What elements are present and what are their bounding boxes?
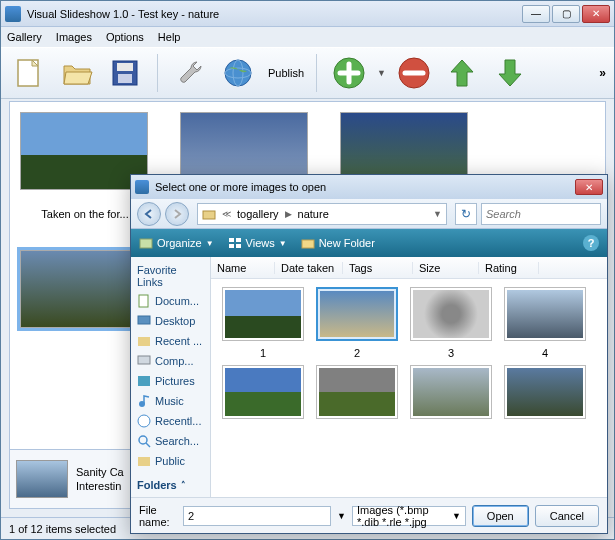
file-item-selected[interactable]: 2 xyxy=(313,287,401,359)
fav-computer[interactable]: Comp... xyxy=(135,351,206,371)
file-item[interactable] xyxy=(219,365,307,419)
file-panel: Name Date taken Tags Size Rating 1 2 3 4 xyxy=(211,257,607,497)
fav-pictures[interactable]: Pictures xyxy=(135,371,206,391)
fav-recent-places[interactable]: Recent ... xyxy=(135,331,206,351)
new-folder-button[interactable]: New Folder xyxy=(301,236,375,250)
svg-rect-17 xyxy=(138,316,150,324)
pictures-icon xyxy=(137,374,151,388)
arrow-down-icon xyxy=(495,56,525,90)
settings-button[interactable] xyxy=(170,53,210,93)
add-dropdown[interactable]: ▼ xyxy=(377,68,386,78)
toolbar-more[interactable]: » xyxy=(599,66,606,80)
col-name[interactable]: Name xyxy=(211,262,275,274)
menu-options[interactable]: Options xyxy=(106,31,144,43)
file-item[interactable]: 1 xyxy=(219,287,307,359)
file-item[interactable] xyxy=(313,365,401,419)
folder-icon xyxy=(202,207,216,221)
document-icon xyxy=(137,294,151,308)
search-icon xyxy=(137,434,151,448)
nav-back-button[interactable] xyxy=(137,202,161,226)
svg-point-23 xyxy=(139,436,147,444)
svg-rect-12 xyxy=(236,238,241,242)
arrow-up-icon xyxy=(447,56,477,90)
breadcrumb[interactable]: ≪ togallery ▶ nature ▼ xyxy=(197,203,447,225)
file-item[interactable]: 4 xyxy=(501,287,589,359)
column-headers: Name Date taken Tags Size Rating xyxy=(211,257,607,279)
breadcrumb-seg[interactable]: togallery xyxy=(237,208,279,220)
status-text: 1 of 12 items selected xyxy=(9,523,116,535)
organize-icon xyxy=(139,236,153,250)
filetype-select[interactable]: Images (*.bmp *.dib *.rle *.jpg ▼ xyxy=(352,506,466,526)
open-button[interactable]: Open xyxy=(472,505,529,527)
window-buttons: — ▢ ✕ xyxy=(522,5,610,23)
refresh-button[interactable]: ↻ xyxy=(455,203,477,225)
computer-icon xyxy=(137,354,151,368)
breadcrumb-seg[interactable]: nature xyxy=(298,208,329,220)
menu-gallery[interactable]: Gallery xyxy=(7,31,42,43)
fav-documents[interactable]: Docum... xyxy=(135,291,206,311)
dialog-icon xyxy=(135,180,149,194)
file-item[interactable] xyxy=(501,365,589,419)
col-date[interactable]: Date taken xyxy=(275,262,343,274)
desktop-icon xyxy=(137,314,151,328)
filename-dropdown[interactable]: ▼ xyxy=(337,511,346,521)
save-button[interactable] xyxy=(105,53,145,93)
clock-icon xyxy=(137,414,151,428)
fav-music[interactable]: Music xyxy=(135,391,206,411)
dialog-navbar: ≪ togallery ▶ nature ▼ ↻ xyxy=(131,199,607,229)
page-icon xyxy=(12,56,46,90)
file-item[interactable] xyxy=(407,365,495,419)
separator xyxy=(316,54,317,92)
svg-rect-9 xyxy=(203,211,215,219)
dialog-toolbar: Organize ▼ Views ▼ New Folder ? xyxy=(131,229,607,257)
views-button[interactable]: Views ▼ xyxy=(228,236,287,250)
publish-button[interactable] xyxy=(218,53,258,93)
move-down-button[interactable] xyxy=(490,53,530,93)
svg-rect-14 xyxy=(236,244,241,248)
svg-point-4 xyxy=(225,60,251,86)
add-button[interactable] xyxy=(329,53,369,93)
plus-icon xyxy=(331,55,367,91)
svg-rect-13 xyxy=(229,244,234,248)
folders-toggle[interactable]: Folders˄ xyxy=(135,475,206,495)
remove-button[interactable] xyxy=(394,53,434,93)
minus-icon xyxy=(396,55,432,91)
help-button[interactable]: ? xyxy=(583,235,599,251)
organize-button[interactable]: Organize ▼ xyxy=(139,236,214,250)
window-title: Visual Slideshow 1.0 - Test key - nature xyxy=(27,8,522,20)
col-rating[interactable]: Rating xyxy=(479,262,539,274)
svg-rect-20 xyxy=(138,376,150,386)
fav-recently[interactable]: Recentl... xyxy=(135,411,206,431)
dialog-close-button[interactable]: ✕ xyxy=(575,179,603,195)
minimize-button[interactable]: — xyxy=(522,5,550,23)
col-size[interactable]: Size xyxy=(413,262,479,274)
menu-images[interactable]: Images xyxy=(56,31,92,43)
fav-public[interactable]: Public xyxy=(135,451,206,471)
filename-input[interactable] xyxy=(183,506,331,526)
cancel-button[interactable]: Cancel xyxy=(535,505,599,527)
col-tags[interactable]: Tags xyxy=(343,262,413,274)
search-input[interactable] xyxy=(481,203,601,225)
svg-rect-18 xyxy=(138,337,150,346)
favorites-panel: Favorite Links Docum... Desktop Recent .… xyxy=(131,257,211,497)
menu-help[interactable]: Help xyxy=(158,31,181,43)
close-button[interactable]: ✕ xyxy=(582,5,610,23)
file-item[interactable]: 3 xyxy=(407,287,495,359)
maximize-button[interactable]: ▢ xyxy=(552,5,580,23)
fav-desktop[interactable]: Desktop xyxy=(135,311,206,331)
menubar: Gallery Images Options Help xyxy=(1,27,614,47)
detail-text: Sanity Ca Interestin xyxy=(76,465,124,494)
music-icon xyxy=(137,394,151,408)
file-open-dialog: Select one or more images to open ✕ ≪ to… xyxy=(130,174,608,534)
folder-icon xyxy=(60,56,94,90)
toolbar: Publish ▼ » xyxy=(1,47,614,99)
chevron-down-icon[interactable]: ▼ xyxy=(433,209,442,219)
svg-rect-2 xyxy=(117,63,133,71)
arrow-right-icon xyxy=(171,208,183,220)
nav-forward-button[interactable] xyxy=(165,202,189,226)
fav-searches[interactable]: Search... xyxy=(135,431,206,451)
arrow-left-icon xyxy=(143,208,155,220)
move-up-button[interactable] xyxy=(442,53,482,93)
open-folder-button[interactable] xyxy=(57,53,97,93)
new-page-button[interactable] xyxy=(9,53,49,93)
